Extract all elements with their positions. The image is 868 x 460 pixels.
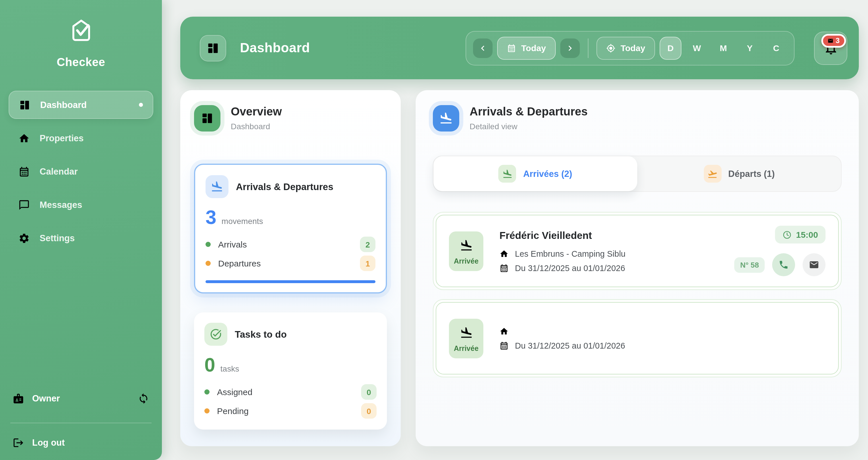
flight-takeoff-icon-box <box>704 165 721 183</box>
prev-day-button[interactable] <box>473 38 493 58</box>
flight-land-icon <box>211 180 223 193</box>
tab-arrivals-label: Arrivées (2) <box>523 168 572 179</box>
phone-button[interactable] <box>772 253 795 276</box>
arrival-card-actions: 15:00 N° 58 <box>735 226 826 276</box>
email-button[interactable] <box>803 253 826 276</box>
arrival-time-pill: 15:00 <box>775 226 826 244</box>
pending-label: Pending <box>217 406 249 416</box>
sidebar-item-properties[interactable]: Properties <box>9 124 153 152</box>
view-month-button[interactable]: M <box>712 36 734 59</box>
inbox-mini-icon <box>828 38 833 43</box>
overview-panel-header: Overview Dashboard <box>194 105 387 131</box>
tasks-stat-card[interactable]: Tasks to do 0 tasks Assigned 0 <box>194 312 387 430</box>
arrival-time: 15:00 <box>796 230 818 240</box>
id-badge-icon <box>12 393 24 404</box>
sidebar-divider <box>10 423 152 423</box>
movements-icon-box <box>206 175 228 198</box>
tab-departures-label: Départs (1) <box>728 168 775 179</box>
departures-dot <box>206 261 211 266</box>
next-day-button[interactable] <box>560 38 580 58</box>
departures-label: Departures <box>218 258 260 268</box>
arrival-type-badge: Arrivée <box>449 318 484 358</box>
calendar-icon <box>499 341 508 350</box>
app-root: Checkee Dashboard Properties Calendar Me… <box>0 0 868 460</box>
page-title: Dashboard <box>240 40 310 56</box>
content-area: Overview Dashboard Arrivals & Departures… <box>180 90 859 446</box>
today-date-button[interactable]: Today <box>497 36 556 59</box>
checkee-logo-icon <box>67 17 94 44</box>
overview-header-texts: Overview Dashboard <box>231 105 282 131</box>
movements-card-header: Arrivals & Departures <box>206 175 375 198</box>
main-area: Dashboard Today Today D W <box>162 0 868 460</box>
tasks-icon-box <box>205 323 227 346</box>
notifications-button[interactable]: 3 <box>814 31 847 65</box>
tab-arrivals[interactable]: Arrivées (2) <box>433 156 637 191</box>
sidebar: Checkee Dashboard Properties Calendar Me… <box>0 0 162 460</box>
sidebar-item-dashboard[interactable]: Dashboard <box>9 91 153 119</box>
movements-stat-card[interactable]: Arrivals & Departures 3 movements Arriva… <box>194 164 387 294</box>
flight-land-icon <box>502 168 513 179</box>
calendar-toolbar: Today Today D W M Y C <box>466 31 795 65</box>
property-row <box>499 327 826 336</box>
logout-icon <box>12 437 24 449</box>
owner-label: Owner <box>32 393 60 404</box>
tab-departures[interactable]: Départs (1) <box>637 156 841 191</box>
unit-number-badge: N° 58 <box>735 257 765 273</box>
arrival-badge-label: Arrivée <box>454 344 478 352</box>
brand-block: Checkee <box>0 0 162 69</box>
movements-progress-bar <box>206 280 375 283</box>
mail-icon <box>809 259 819 270</box>
sidebar-item-calendar[interactable]: Calendar <box>9 157 153 185</box>
view-custom-button[interactable]: C <box>765 36 787 59</box>
pending-dot <box>205 408 210 413</box>
dashboard-grid-icon <box>19 99 30 111</box>
goto-today-button[interactable]: Today <box>596 36 655 59</box>
arrival-badge-label: Arrivée <box>454 257 478 265</box>
arrival-card-wrapper: Arrivée Frédéric Vieilledent Les Embruns… <box>433 212 842 290</box>
calendar-icon <box>499 263 508 273</box>
sidebar-item-label: Properties <box>40 133 84 143</box>
calendar-icon <box>19 166 30 177</box>
arrival-card[interactable]: Arrivée Du 31/12/2025 au 01/01/2026 <box>436 302 839 374</box>
arrival-card[interactable]: Arrivée Frédéric Vieilledent Les Embruns… <box>436 215 839 287</box>
logout-button[interactable]: Log out <box>12 437 149 449</box>
dates-row: Du 31/12/2025 au 01/01/2026 <box>499 263 735 273</box>
sidebar-nav: Dashboard Properties Calendar Messages S… <box>0 91 162 252</box>
sidebar-item-label: Messages <box>40 200 82 210</box>
assigned-dot <box>205 389 210 395</box>
dates-row: Du 31/12/2025 au 01/01/2026 <box>499 341 826 350</box>
flight-land-icon <box>460 326 473 339</box>
dashboard-grid-icon <box>207 42 219 54</box>
sync-icon[interactable] <box>138 393 149 404</box>
chevron-left-icon <box>477 43 488 53</box>
assigned-label: Assigned <box>217 387 252 397</box>
owner-row: Owner <box>12 393 149 404</box>
active-indicator-dot <box>139 103 143 107</box>
phone-icon <box>778 259 789 270</box>
arrivals-departures-panel: Arrivals & Departures Detailed view Arri… <box>415 90 859 446</box>
sidebar-item-messages[interactable]: Messages <box>9 191 153 219</box>
movements-count-unit: movements <box>222 216 263 226</box>
home-icon <box>499 327 508 336</box>
arrivals-dot <box>206 242 211 247</box>
clock-icon <box>782 230 792 239</box>
movements-card-title: Arrivals & Departures <box>236 181 333 192</box>
arrivals-label: Arrivals <box>218 240 247 249</box>
home-icon <box>19 132 30 144</box>
notification-count: 3 <box>836 36 840 44</box>
detail-subtitle: Detailed view <box>470 122 588 131</box>
sidebar-item-settings[interactable]: Settings <box>9 224 153 252</box>
sidebar-bottom: Owner Log out <box>0 393 162 460</box>
assigned-row: Assigned 0 <box>205 382 377 401</box>
toolbar-divider <box>588 38 588 58</box>
flight-land-icon <box>439 112 453 125</box>
brand-name: Checkee <box>57 56 105 69</box>
view-year-button[interactable]: Y <box>739 36 761 59</box>
movements-count-value: 3 <box>206 207 216 227</box>
sidebar-item-label: Dashboard <box>40 100 87 110</box>
dashboard-header-icon-button[interactable] <box>200 35 226 61</box>
view-day-button[interactable]: D <box>660 36 681 59</box>
view-week-button[interactable]: W <box>686 36 708 59</box>
property-name: Les Embruns - Camping Siblu <box>515 249 625 258</box>
guest-name: Frédéric Vieilledent <box>499 229 735 242</box>
